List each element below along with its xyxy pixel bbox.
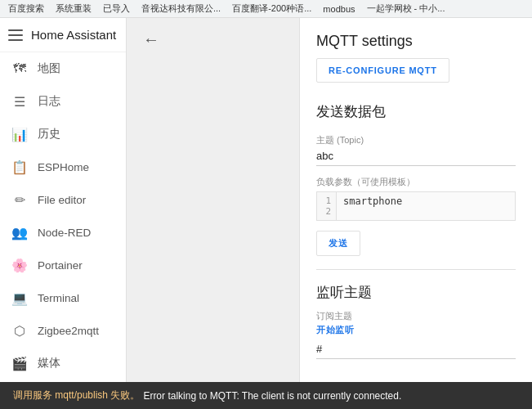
sidebar-title: Home Assistant — [31, 28, 116, 42]
error-toast-prefix: 调用服务 mqtt/publish 失败。 — [13, 389, 140, 402]
sidebar-item-file-editor[interactable]: ✏ File editor — [0, 183, 126, 216]
history-icon: 📊 — [11, 126, 28, 142]
sidebar-item-portainer[interactable]: 🌸 Portainer — [0, 249, 126, 281]
topic-field-label: 主题 (Topic) — [316, 134, 516, 146]
sidebar-item-label-terminal: Terminal — [38, 292, 79, 304]
subscribe-row: 订阅主题 开始监听 — [316, 310, 516, 339]
line-number-1: 1 — [325, 196, 331, 206]
hamburger-icon[interactable] — [8, 29, 23, 41]
line-numbers: 1 2 — [317, 192, 337, 220]
mqtt-panel: MQTT settings RE-CONFIGURE MQTT 发送数据包 主题… — [299, 18, 532, 409]
sidebar-item-history[interactable]: 📊 历史 — [0, 118, 126, 151]
portainer-icon: 🌸 — [11, 257, 28, 273]
content-area: ← MQTT settings RE-CONFIGURE MQTT 发送数据包 … — [127, 18, 532, 409]
bookmark-school[interactable]: 一起学网校 - 中小... — [364, 2, 449, 16]
line-number-2: 2 — [325, 206, 331, 217]
terminal-icon: 💻 — [11, 290, 28, 306]
bookmark-baidu-search[interactable]: 百度搜索 — [5, 2, 47, 16]
file-editor-icon: ✏ — [11, 191, 28, 208]
monitor-section-title: 监听主题 — [316, 283, 516, 302]
bookmark-imported[interactable]: 已导入 — [100, 2, 133, 16]
media-icon: 🎬 — [11, 355, 28, 371]
node-red-icon: 👥 — [11, 224, 28, 240]
payload-wrapper: 1 2 smartphone — [316, 191, 516, 221]
sidebar-item-label-zigbee2mqtt: Zigbee2mqtt — [38, 325, 99, 337]
sidebar-item-media[interactable]: 🎬 媒体 — [0, 347, 126, 380]
sidebar-item-zigbee2mqtt[interactable]: ⬡ Zigbee2mqtt — [0, 314, 126, 347]
sidebar-item-label-portainer: Portainer — [38, 259, 83, 272]
subscribe-input[interactable] — [316, 341, 516, 359]
back-button[interactable]: ← — [138, 26, 164, 52]
sidebar-header: Home Assistant — [0, 18, 126, 52]
bookmarks-bar: 百度搜索 系统重装 已导入 音视达科技有限公... 百度翻译-200种语... … — [0, 0, 532, 18]
sidebar-item-terminal[interactable]: 💻 Terminal — [0, 281, 126, 314]
sidebar-item-node-red[interactable]: 👥 Node-RED — [0, 216, 126, 249]
app-container: Home Assistant 🗺 地图 ☰ 日志 📊 历史 📋 ESPHome … — [0, 18, 532, 409]
sidebar-item-esphome[interactable]: 📋 ESPHome — [0, 151, 126, 183]
error-toast-message: Error talking to MQTT: The client is not… — [143, 390, 401, 402]
sidebar-item-map[interactable]: 🗺 地图 — [0, 52, 126, 85]
monitor-section: 监听主题 订阅主题 开始监听 — [300, 283, 532, 359]
payload-code[interactable]: smartphone — [337, 192, 515, 220]
subscribe-field-label: 订阅主题 — [316, 310, 516, 322]
bookmark-modbus[interactable]: modbus — [320, 3, 358, 15]
sidebar: Home Assistant 🗺 地图 ☰ 日志 📊 历史 📋 ESPHome … — [0, 18, 127, 409]
section-divider — [316, 269, 516, 270]
mqtt-settings-title: MQTT settings — [300, 18, 532, 58]
start-monitor-button[interactable]: 开始监听 — [316, 324, 354, 339]
bookmark-yinshida[interactable]: 音视达科技有限公... — [138, 2, 224, 16]
zigbee2mqtt-icon: ⬡ — [11, 322, 28, 339]
esphome-icon: 📋 — [11, 159, 28, 175]
map-icon: 🗺 — [11, 61, 28, 77]
sidebar-item-label-file-editor: File editor — [38, 194, 86, 206]
sidebar-item-label-log: 日志 — [38, 94, 60, 109]
sidebar-item-label-media: 媒体 — [38, 356, 60, 371]
bookmark-reinstall[interactable]: 系统重装 — [52, 2, 95, 16]
send-button[interactable]: 发送 — [316, 231, 360, 256]
sidebar-item-log[interactable]: ☰ 日志 — [0, 85, 126, 118]
log-icon: ☰ — [11, 93, 28, 110]
sidebar-item-label-history: 历史 — [38, 127, 60, 142]
sidebar-item-label-map: 地图 — [38, 61, 60, 76]
bookmark-translate[interactable]: 百度翻译-200种语... — [229, 2, 315, 16]
payload-row: 1 2 smartphone — [317, 192, 515, 220]
mqtt-form: 主题 (Topic) 负载参数（可使用模板） 1 2 smartphone 发送 — [300, 134, 532, 256]
sidebar-item-label-esphome: ESPHome — [38, 161, 89, 173]
topic-input[interactable] — [316, 148, 516, 166]
payload-field-label: 负载参数（可使用模板） — [316, 176, 516, 188]
sidebar-item-label-node-red: Node-RED — [38, 227, 91, 239]
reconfigure-mqtt-button[interactable]: RE-CONFIGURE MQTT — [316, 58, 449, 83]
error-toast: 调用服务 mqtt/publish 失败。 Error talking to M… — [0, 382, 532, 409]
send-section-title: 发送数据包 — [300, 96, 532, 124]
